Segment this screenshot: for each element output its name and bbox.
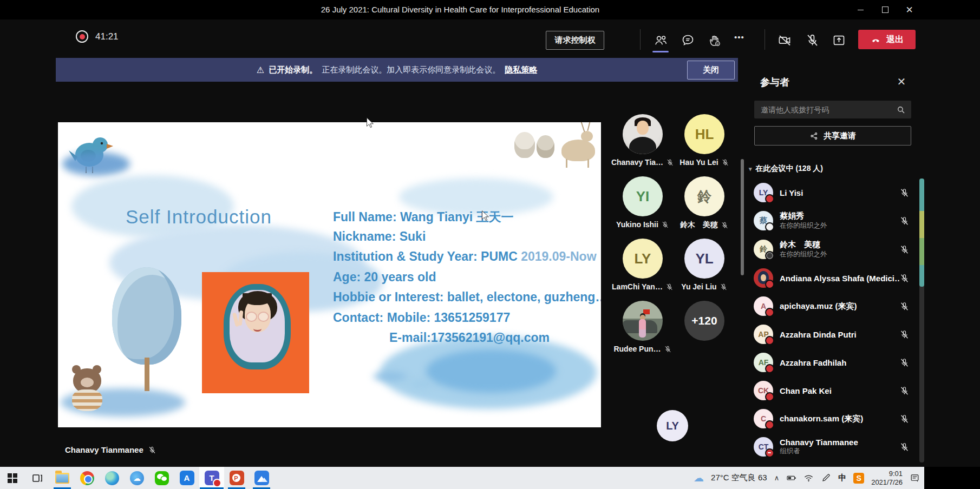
participant-row[interactable]: C chanakorn.sam (来宾) [750,405,913,433]
sogou-icon[interactable]: S [853,473,864,484]
mute-participant-button[interactable] [899,329,910,340]
mic-toggle-button[interactable] [803,31,821,49]
share-tray-button[interactable] [829,31,848,49]
mute-participant-button[interactable] [899,301,910,312]
chat-icon [681,33,695,48]
banner-close-button[interactable]: 关闭 [687,61,735,80]
participant-row[interactable]: 鈴 鈴木 美穂在你的组织之外 [750,235,913,263]
camera-toggle-button[interactable] [775,31,794,49]
slide-info-block: Full Name: Wang Tianyi 王天一 Nickname: Suk… [333,209,593,351]
mute-participant-button[interactable] [899,442,910,452]
request-control-button[interactable]: 请求控制权 [546,31,604,50]
mic-off-icon [805,33,820,48]
battery-icon[interactable] [786,473,796,483]
minimize-button[interactable] [848,0,873,19]
participants-scrollbar-thumb[interactable] [919,179,924,287]
edge-button[interactable] [100,467,125,489]
video-tile[interactable]: 鈴 鈴木 美穂 [672,176,736,237]
raise-hand-button[interactable] [705,31,724,49]
presence-badge [765,448,774,458]
participants-panel-title: 参与者 [760,76,789,89]
taskbar-clock[interactable]: 9:01 2021/7/26 [871,470,903,487]
chrome-button[interactable] [75,467,100,489]
participant-row[interactable]: A apichaya.muz (来宾) [750,292,913,320]
wechat-icon [155,471,169,485]
video-tile[interactable]: YI Yukino Ishii [611,176,675,237]
start-button[interactable] [0,467,25,489]
taskbar: ☁ A T P ☁ 27°C 空气良 63 ∧ 中 S 9:01 2021/7/… [0,467,924,489]
tiles-scrollbar[interactable] [741,159,744,275]
cloud-app-icon: ☁ [130,471,144,485]
mic-muted-icon [721,158,729,167]
close-button[interactable]: ✕ [897,0,922,19]
presence-badge [765,420,774,429]
camera-off-icon [778,33,792,48]
leave-meeting-button[interactable]: 退出 [858,30,916,49]
video-tile[interactable]: HL Hau Yu Lei [672,114,736,175]
video-tile[interactable]: Rudee Pun… [611,301,675,361]
avatar: YL [684,239,724,279]
pen-icon[interactable] [821,473,831,483]
bear-muzzle [81,378,94,387]
video-tile[interactable]: Chanavy Tia… [611,114,675,175]
mute-participant-button[interactable] [899,273,910,283]
more-options-button[interactable]: ••• [734,32,744,42]
mute-participant-button[interactable] [899,386,910,396]
teams-button[interactable]: T [199,467,224,489]
ime-indicator[interactable]: 中 [838,473,846,483]
presence-badge [765,364,774,373]
hand-mirror-illustration [224,284,291,369]
overflow-tile[interactable]: +120 [672,301,736,361]
wifi-icon[interactable] [803,473,814,483]
in-meeting-section-header[interactable]: ▾ 在此会议中 (128 人) [749,164,823,174]
presence-badge [765,392,774,401]
mute-participant-button[interactable] [899,188,910,198]
record-icon [76,30,88,43]
weather-text[interactable]: 27°C 空气良 63 [711,473,767,483]
dictionary-app-button[interactable]: A [174,467,199,489]
owl-illustration [537,135,554,158]
mooc-app-button[interactable] [249,467,274,489]
tray-expand-chevron[interactable]: ∧ [774,474,780,482]
file-explorer-button[interactable] [50,467,75,489]
close-icon: ✕ [905,5,913,15]
participants-toggle-button[interactable] [651,31,670,49]
raise-hand-icon [708,33,722,48]
floating-video-tile[interactable]: LY [657,410,688,441]
participant-row[interactable]: CT Chanavy Tianmanee组织者 [750,433,913,461]
participant-row[interactable]: Andiana Alyssa Shafa (Medici… [750,264,913,292]
search-icon[interactable] [896,105,906,115]
participants-close-button[interactable]: ✕ [894,75,909,89]
participant-row[interactable]: AF Azzahra Fadhilah [750,348,913,376]
chat-button[interactable] [678,31,697,49]
powerpoint-button[interactable]: P [224,467,249,489]
action-center-icon[interactable] [910,473,920,483]
video-tile[interactable]: LY LamChi Yan… [611,239,675,299]
maximize-button[interactable] [873,0,897,19]
participant-row[interactable]: CK Chan Pak Kei [750,376,913,405]
slide-photo-block [202,272,309,393]
invite-search-input[interactable] [754,105,896,114]
video-tile[interactable]: YL Yu Jei Liu [672,239,736,299]
participant-row[interactable]: LY Li Yisi [750,179,913,207]
privacy-policy-link[interactable]: 隐私策略 [505,65,537,75]
mute-participant-button[interactable] [899,216,910,226]
mute-participant-button[interactable] [899,414,910,424]
presence-badge [765,251,774,260]
wechat-button[interactable] [149,467,174,489]
participant-row[interactable]: AP Azzahra Dinda Putri [750,320,913,348]
task-view-button[interactable] [25,467,50,489]
browser-app-button[interactable]: ☁ [125,467,149,489]
mute-participant-button[interactable] [899,244,910,255]
presence-badge [765,308,774,317]
warning-icon: ⚠ [257,65,264,75]
share-invite-button[interactable]: 共享邀请 [754,126,911,146]
mirror-photo [230,290,285,362]
deer-head [581,131,593,142]
caret-down-icon: ▾ [749,166,752,173]
mute-participant-button[interactable] [899,358,910,368]
participant-row[interactable]: 蔡 蔡娟秀在你的组织之外 [750,207,913,235]
avatar: YI [623,176,663,216]
weather-icon[interactable]: ☁ [694,472,704,484]
presence-badge [765,194,774,203]
